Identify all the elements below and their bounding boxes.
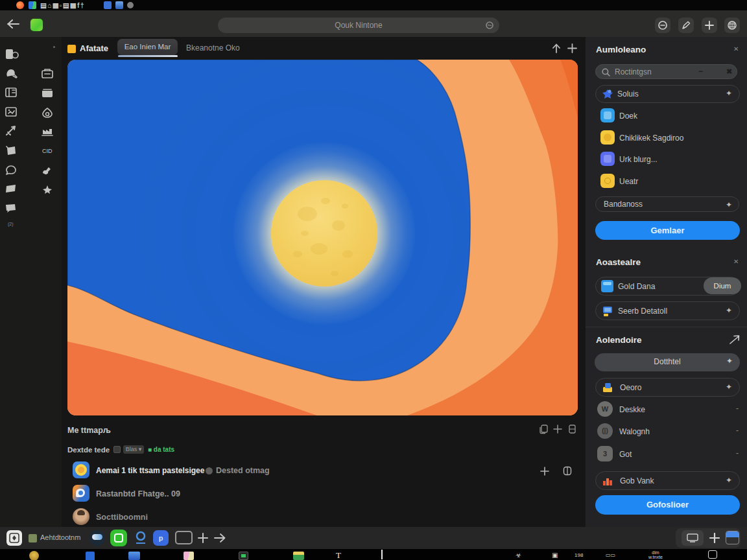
svg-text:(2): (2) xyxy=(8,222,14,227)
svg-text:CID: CID xyxy=(42,148,53,154)
